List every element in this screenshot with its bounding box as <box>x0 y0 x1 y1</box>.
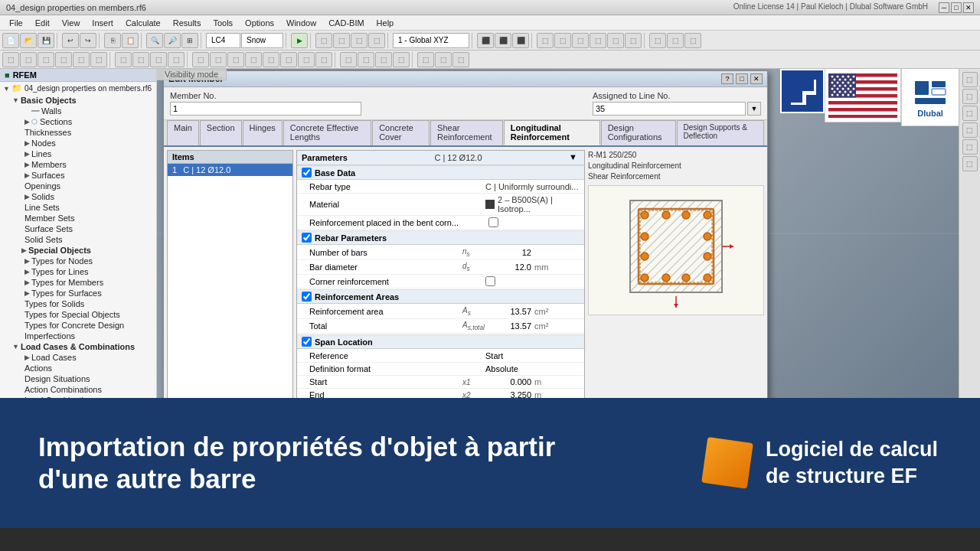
tb2-b11[interactable]: ⬚ <box>192 52 209 67</box>
menu-edit[interactable]: Edit <box>29 17 56 29</box>
tb2-b8[interactable]: ⬚ <box>132 52 149 67</box>
tb2-b25[interactable]: ⬚ <box>452 52 469 67</box>
tb-b1[interactable]: ⬚ <box>315 33 332 48</box>
tree-item-actions[interactable]: Actions <box>0 363 156 373</box>
tb-save[interactable]: 💾 <box>38 33 54 48</box>
mp-btn4[interactable]: ⬚ <box>962 122 978 138</box>
tb-paste[interactable]: 📋 <box>122 33 139 48</box>
tb2-b16[interactable]: ⬚ <box>280 52 297 67</box>
mp-btn3[interactable]: ⬚ <box>962 106 978 121</box>
tree-item-lines[interactable]: ▶ Lines <box>0 148 156 159</box>
tree-item-openings[interactable]: Openings <box>0 181 156 191</box>
mp-btn2[interactable]: ⬚ <box>962 89 978 104</box>
tb2-b9[interactable]: ⬚ <box>150 52 167 67</box>
assigned-line-btn[interactable]: ▼ <box>747 102 761 116</box>
maximize-btn[interactable]: □ <box>951 2 962 13</box>
tab-hinges[interactable]: Hinges <box>243 120 283 145</box>
menu-file[interactable]: File <box>3 17 29 29</box>
tb-misc2[interactable]: ⬚ <box>554 33 571 48</box>
menu-tools[interactable]: Tools <box>207 17 239 29</box>
tb2-b2[interactable]: ⬚ <box>20 52 37 67</box>
menu-calculate[interactable]: Calculate <box>119 17 167 29</box>
reinf-areas-checkbox[interactable] <box>302 292 312 302</box>
tree-item-surfaces[interactable]: ▶ Surfaces <box>0 170 156 181</box>
tb2-b22[interactable]: ⬚ <box>393 52 410 67</box>
tb-fit[interactable]: ⊞ <box>181 33 198 48</box>
tb2-b17[interactable]: ⬚ <box>298 52 315 67</box>
base-data-checkbox[interactable] <box>302 168 312 178</box>
tree-item-members[interactable]: ▶ Members <box>0 159 156 170</box>
tb-render2[interactable]: ⬛ <box>495 33 511 48</box>
tree-item-types-solids[interactable]: Types for Solids <box>0 298 156 309</box>
tree-item-solid-sets[interactable]: Solid Sets <box>0 234 156 245</box>
tb2-b20[interactable]: ⬚ <box>358 52 374 67</box>
tree-item-special-objects[interactable]: ▶ Special Objects <box>0 245 156 256</box>
tb2-b10[interactable]: ⬚ <box>168 52 185 67</box>
tb-run[interactable]: ▶ <box>291 33 308 48</box>
tb-copy[interactable]: ⎘ <box>104 33 121 48</box>
tree-item-types-surfaces[interactable]: ▶ Types for Surfaces <box>0 288 156 298</box>
tree-item-member-sets[interactable]: Member Sets <box>0 213 156 223</box>
tb-zoom-out[interactable]: 🔎 <box>164 33 181 48</box>
tab-main[interactable]: Main <box>167 120 199 145</box>
tree-item-sections[interactable]: ▶ ⬡ Sections <box>0 116 156 127</box>
section-load-cases[interactable]: ▼ Load Cases & Combinations <box>0 341 156 352</box>
close-btn[interactable]: ✕ <box>963 2 974 13</box>
tree-item-nodes[interactable]: ▶ Nodes <box>0 138 156 148</box>
dialog-restore-btn[interactable]: □ <box>736 73 748 84</box>
tb-misc6[interactable]: ⬚ <box>625 33 642 48</box>
tab-longitudinal-reinf[interactable]: Longitudinal Reinforcement <box>504 120 600 145</box>
tb-render1[interactable]: ⬛ <box>477 33 494 48</box>
tb-render3[interactable]: ⬛ <box>512 33 529 48</box>
tab-shear-reinf[interactable]: Shear Reinforcement <box>430 120 503 145</box>
tree-item-types-lines[interactable]: ▶ Types for Lines <box>0 266 156 277</box>
tb2-b23[interactable]: ⬚ <box>417 52 434 67</box>
tree-item-solids[interactable]: ▶ Solids <box>0 191 156 202</box>
tb-misc4[interactable]: ⬚ <box>590 33 606 48</box>
menu-options[interactable]: Options <box>239 17 280 29</box>
tree-item-walls[interactable]: ▶ ━━ Walls <box>0 106 156 116</box>
tree-item-line-sets[interactable]: Line Sets <box>0 202 156 213</box>
tb2-b5[interactable]: ⬚ <box>73 52 90 67</box>
tree-item-types-special[interactable]: Types for Special Objects <box>0 309 156 320</box>
bent-corner-checkbox[interactable] <box>488 217 498 227</box>
tab-design-supports[interactable]: Design Supports & Deflection <box>677 120 764 145</box>
tb2-b12[interactable]: ⬚ <box>210 52 227 67</box>
tb-zoom-in[interactable]: 🔍 <box>146 33 163 48</box>
tb2-b1[interactable]: ⬚ <box>2 52 19 67</box>
tb-misc1[interactable]: ⬚ <box>537 33 554 48</box>
params-scroll-btn[interactable]: ▼ <box>569 152 580 163</box>
mp-btn6[interactable]: ⬚ <box>962 156 978 171</box>
tree-item-design-situations[interactable]: Design Situations <box>0 373 156 384</box>
rebar-params-header[interactable]: Rebar Parameters <box>297 230 584 245</box>
items-row-1[interactable]: 1 C | 12 Ø12.0 <box>168 164 292 176</box>
rebar-params-checkbox[interactable] <box>302 233 312 243</box>
project-file-item[interactable]: ▼ 📁 04_design properties on members.rf6 <box>0 82 156 95</box>
tb-lc-dropdown[interactable]: LC4 <box>206 33 240 48</box>
tree-item-types-members[interactable]: ▶ Types for Members <box>0 277 156 288</box>
tb2-b4[interactable]: ⬚ <box>55 52 72 67</box>
tb2-b18[interactable]: ⬚ <box>315 52 332 67</box>
tree-item-imperfections[interactable]: Imperfections <box>0 331 156 341</box>
tb2-b15[interactable]: ⬚ <box>263 52 279 67</box>
tb2-b21[interactable]: ⬚ <box>375 52 392 67</box>
tb2-b14[interactable]: ⬚ <box>245 52 262 67</box>
menu-help[interactable]: Help <box>371 17 400 29</box>
dialog-close-btn[interactable]: ✕ <box>750 73 763 84</box>
tb-new[interactable]: 📄 <box>2 33 19 48</box>
assigned-line-input[interactable] <box>593 102 746 116</box>
tb2-b7[interactable]: ⬚ <box>115 52 132 67</box>
member-no-input[interactable] <box>170 102 361 116</box>
tab-design-config[interactable]: Design Configurations <box>601 120 676 145</box>
reinf-areas-header[interactable]: Reinforcement Areas <box>297 289 584 304</box>
corner-reinf-checkbox[interactable] <box>485 276 495 286</box>
tb2-b6[interactable]: ⬚ <box>90 52 107 67</box>
span-location-header[interactable]: Span Location <box>297 334 584 349</box>
tb-snow-dropdown[interactable]: Snow <box>241 33 283 48</box>
menu-view[interactable]: View <box>56 17 87 29</box>
tb-undo[interactable]: ↩ <box>62 33 79 48</box>
tree-item-action-combinations[interactable]: Action Combinations <box>0 384 156 395</box>
dialog-help-btn[interactable]: ? <box>721 73 733 84</box>
tree-item-load-cases[interactable]: ▶ Load Cases <box>0 352 156 363</box>
tb-misc7[interactable]: ⬚ <box>649 33 666 48</box>
